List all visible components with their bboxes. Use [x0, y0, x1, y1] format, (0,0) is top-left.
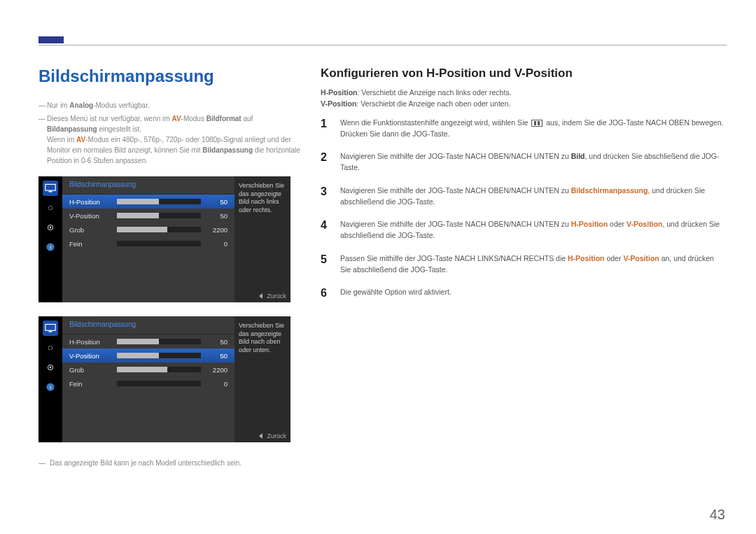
- note2-l2-bild: Bildanpassung: [202, 146, 253, 154]
- osd-title: Bildschirmanpassung: [62, 316, 234, 335]
- note2-bildformat: Bildformat: [206, 115, 241, 122]
- steps-list: 1Wenn die Funktionstastenhilfe angezeigt…: [321, 117, 727, 298]
- dash-icon: ―: [38, 113, 46, 124]
- info-icon: i: [43, 239, 58, 255]
- row-value: 50: [206, 338, 227, 346]
- step-bold: Bild: [571, 152, 585, 160]
- step-text-mid: oder: [605, 254, 624, 262]
- osd-screenshot-1: i Bildschirmanpassung H-Position 50 V-Po…: [38, 176, 290, 302]
- svg-text:i: i: [50, 384, 51, 391]
- step-1: 1Wenn die Funktionstastenhilfe angezeigt…: [321, 117, 727, 140]
- slider: [117, 339, 201, 344]
- osd-main: Bildschirmanpassung H-Position 50 V-Posi…: [62, 316, 234, 442]
- note2-auf: auf: [241, 115, 253, 122]
- step-number: 1: [321, 115, 327, 133]
- osd-row-vposition: V-Position 50: [62, 349, 234, 363]
- step-number: 3: [321, 183, 327, 201]
- section-title: Bildschirmanpassung: [38, 66, 301, 86]
- row-value: 0: [206, 240, 227, 248]
- step-text-pre: Navigieren Sie mithilfe der JOG-Taste NA…: [340, 152, 571, 160]
- osd-row-grob: Grob 2200: [62, 223, 234, 237]
- svg-text:i: i: [50, 244, 51, 251]
- info-icon: i: [43, 379, 58, 395]
- desc-vpos: V-Position: Verschiebt die Anzeige nach …: [321, 99, 727, 110]
- page-content: Bildschirmanpassung ― Nur im Analog-Modu…: [38, 66, 727, 513]
- svg-point-2: [48, 206, 52, 210]
- slider: [117, 227, 201, 232]
- header-rule: [38, 45, 727, 45]
- row-value: 2200: [206, 366, 227, 374]
- note-1: ― Nur im Analog-Modus verfügbar.: [38, 100, 301, 111]
- menu-icon: [531, 120, 542, 127]
- right-column: Konfigurieren von H-Position und V-Posit…: [321, 66, 727, 309]
- svg-point-11: [50, 367, 52, 369]
- step-orange: Bildschirmanpassung: [571, 186, 648, 195]
- note2-l2-av: AV: [76, 136, 85, 143]
- slider: [117, 241, 201, 246]
- row-value: 50: [206, 352, 227, 360]
- osd-row-hposition: H-Position 50: [62, 335, 234, 349]
- page-number: 43: [710, 507, 725, 523]
- note2-pre: Dieses Menü ist nur verfügbar, wenn im: [47, 115, 172, 122]
- slider-fill: [117, 353, 159, 358]
- note2-mid: -Modus: [181, 115, 206, 122]
- gear-icon: [43, 360, 58, 375]
- osd-title: Bildschirmanpassung: [62, 176, 234, 195]
- hpos-label: H-Position: [321, 88, 358, 97]
- svg-point-9: [48, 346, 52, 350]
- svg-point-4: [50, 227, 52, 229]
- row-value: 50: [206, 198, 227, 206]
- desc-hpos: H-Position: Verschiebt die Anzeige nach …: [321, 87, 727, 99]
- svg-rect-8: [49, 331, 52, 332]
- header-accent: [38, 36, 64, 43]
- step-text-pre: Wenn die Funktionstastenhilfe angezeigt …: [340, 118, 530, 127]
- note-2: ― Dieses Menü ist nur verfügbar, wenn im…: [38, 113, 301, 166]
- subsection-title: Konfigurieren von H-Position und V-Posit…: [321, 66, 727, 80]
- back-arrow-icon: [259, 293, 262, 299]
- svg-rect-7: [46, 324, 55, 330]
- row-value: 2200: [206, 226, 227, 234]
- footnote: ―Das angezeigte Bild kann je nach Modell…: [38, 456, 301, 467]
- osd-sidebar: i: [38, 316, 62, 442]
- note1-pre: Nur im: [47, 101, 69, 109]
- row-label: V-Position: [69, 212, 111, 220]
- description-block: H-Position: Verschiebt die Anzeige nach …: [321, 87, 727, 110]
- hpos-text: : Verschiebt die Anzeige nach links oder…: [358, 88, 512, 97]
- monitor-icon: [43, 321, 58, 336]
- row-label: H-Position: [69, 198, 111, 206]
- back-arrow-icon: [259, 433, 262, 439]
- slider: [117, 367, 201, 372]
- note2-eingestellt: eingestellt ist.: [97, 125, 141, 133]
- slider-fill: [117, 367, 167, 372]
- slider-fill: [117, 199, 159, 204]
- step-number: 4: [321, 217, 327, 234]
- svg-rect-0: [46, 184, 55, 190]
- step-2: 2Navigieren Sie mithilfe der JOG-Taste N…: [321, 150, 727, 174]
- notes-block: ― Nur im Analog-Modus verfügbar. ― Diese…: [38, 100, 301, 166]
- row-label: Fein: [69, 240, 111, 248]
- left-column: Bildschirmanpassung ― Nur im Analog-Modu…: [38, 66, 301, 467]
- vpos-text: : Verschiebt die Anzeige nach oben oder …: [356, 99, 510, 108]
- step-4: 4Navigieren Sie mithilfe der JOG-Taste N…: [321, 218, 727, 241]
- sun-icon: [43, 200, 58, 216]
- row-label: Grob: [69, 366, 111, 374]
- slider: [117, 381, 201, 386]
- back-label: Zurück: [267, 293, 286, 300]
- osd-footer: Zurück: [259, 293, 286, 300]
- row-label: V-Position: [69, 352, 111, 360]
- step-number: 6: [321, 285, 327, 302]
- svg-rect-1: [49, 191, 52, 192]
- osd-help-panel: Verschieben Sie das angezeigte Bild nach…: [234, 176, 290, 302]
- osd-footer: Zurück: [259, 433, 286, 440]
- osd-row-fein: Fein 0: [62, 377, 234, 391]
- row-label: Grob: [69, 226, 111, 234]
- step-orange2: V-Position: [626, 220, 662, 228]
- row-label: H-Position: [69, 338, 111, 346]
- osd-row-fein: Fein 0: [62, 237, 234, 251]
- osd-row-hposition: H-Position 50: [62, 195, 234, 209]
- note2-bildanpassung: Bildanpassung: [47, 125, 97, 133]
- osd-main: Bildschirmanpassung H-Position 50 V-Posi…: [62, 176, 234, 302]
- step-5: 5Passen Sie mithilfe der JOG-Taste NACH …: [321, 253, 727, 276]
- vpos-label: V-Position: [321, 99, 356, 108]
- dash-icon: ―: [38, 459, 46, 467]
